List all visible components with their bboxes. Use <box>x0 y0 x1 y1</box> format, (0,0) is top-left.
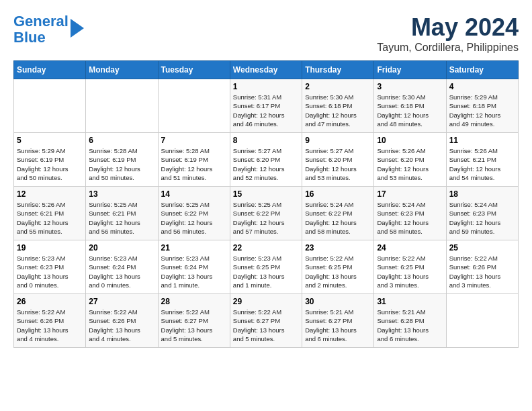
day-info: Sunrise: 5:22 AMSunset: 6:26 PMDaylight:… <box>89 308 154 343</box>
day-info: Sunrise: 5:26 AMSunset: 6:21 PMDaylight:… <box>449 146 515 182</box>
day-info: Sunrise: 5:22 AMSunset: 6:26 PMDaylight:… <box>17 308 83 343</box>
day-info: Sunrise: 5:28 AMSunset: 6:19 PMDaylight:… <box>161 146 227 182</box>
day-number: 29 <box>233 297 299 306</box>
day-number: 15 <box>233 189 299 199</box>
calendar-cell: 5Sunrise: 5:29 AMSunset: 6:19 PMDaylight… <box>14 133 86 187</box>
day-number: 3 <box>377 82 443 91</box>
day-number: 26 <box>17 297 83 306</box>
day-number: 9 <box>305 136 371 145</box>
calendar-cell: 25Sunrise: 5:22 AMSunset: 6:26 PMDayligh… <box>446 240 518 294</box>
calendar-cell: 7Sunrise: 5:28 AMSunset: 6:19 PMDaylight… <box>158 133 230 187</box>
calendar-cell <box>158 79 230 133</box>
month-title: May 2024 <box>377 13 519 42</box>
day-number: 19 <box>17 243 83 253</box>
day-info: Sunrise: 5:30 AMSunset: 6:18 PMDaylight:… <box>377 93 443 128</box>
day-number: 18 <box>449 189 515 199</box>
day-info: Sunrise: 5:25 AMSunset: 6:22 PMDaylight:… <box>161 200 227 236</box>
calendar-cell: 30Sunrise: 5:21 AMSunset: 6:27 PMDayligh… <box>302 294 374 348</box>
day-number: 11 <box>449 136 515 145</box>
weekday-header-tuesday: Tuesday <box>158 61 230 79</box>
day-info: Sunrise: 5:24 AMSunset: 6:22 PMDaylight:… <box>305 200 371 236</box>
calendar-cell: 13Sunrise: 5:25 AMSunset: 6:21 PMDayligh… <box>86 187 158 240</box>
calendar-cell: 3Sunrise: 5:30 AMSunset: 6:18 PMDaylight… <box>374 79 446 133</box>
day-info: Sunrise: 5:23 AMSunset: 6:24 PMDaylight:… <box>161 254 227 289</box>
logo: General Blue <box>13 13 84 46</box>
calendar-cell <box>86 79 158 133</box>
day-number: 28 <box>161 297 227 306</box>
logo-arrow-icon <box>71 19 84 38</box>
day-info: Sunrise: 5:23 AMSunset: 6:25 PMDaylight:… <box>233 254 299 289</box>
weekday-header-sunday: Sunday <box>14 61 86 79</box>
day-number: 7 <box>161 136 227 145</box>
calendar-cell: 17Sunrise: 5:24 AMSunset: 6:23 PMDayligh… <box>374 187 446 240</box>
calendar-cell: 24Sunrise: 5:22 AMSunset: 6:25 PMDayligh… <box>374 240 446 294</box>
day-info: Sunrise: 5:22 AMSunset: 6:27 PMDaylight:… <box>233 308 299 343</box>
calendar-cell <box>14 79 86 133</box>
calendar-cell: 9Sunrise: 5:27 AMSunset: 6:20 PMDaylight… <box>302 133 374 187</box>
calendar-week-row: 19Sunrise: 5:23 AMSunset: 6:23 PMDayligh… <box>14 240 519 294</box>
day-number: 8 <box>233 136 299 145</box>
day-info: Sunrise: 5:21 AMSunset: 6:27 PMDaylight:… <box>305 308 371 343</box>
page-header: General Blue May 2024 Tayum, Cordillera,… <box>13 13 519 54</box>
day-number: 30 <box>305 297 371 306</box>
calendar-cell: 27Sunrise: 5:22 AMSunset: 6:26 PMDayligh… <box>86 294 158 348</box>
calendar-week-row: 26Sunrise: 5:22 AMSunset: 6:26 PMDayligh… <box>14 294 519 348</box>
day-info: Sunrise: 5:29 AMSunset: 6:19 PMDaylight:… <box>17 146 83 182</box>
day-info: Sunrise: 5:27 AMSunset: 6:20 PMDaylight:… <box>233 146 299 182</box>
calendar-cell: 6Sunrise: 5:28 AMSunset: 6:19 PMDaylight… <box>86 133 158 187</box>
day-info: Sunrise: 5:31 AMSunset: 6:17 PMDaylight:… <box>233 93 299 128</box>
calendar-cell: 20Sunrise: 5:23 AMSunset: 6:24 PMDayligh… <box>86 240 158 294</box>
day-number: 13 <box>89 189 154 199</box>
day-info: Sunrise: 5:27 AMSunset: 6:20 PMDaylight:… <box>305 146 371 182</box>
calendar-week-row: 5Sunrise: 5:29 AMSunset: 6:19 PMDaylight… <box>14 133 519 187</box>
day-info: Sunrise: 5:22 AMSunset: 6:25 PMDaylight:… <box>377 254 443 289</box>
day-info: Sunrise: 5:25 AMSunset: 6:22 PMDaylight:… <box>233 200 299 236</box>
day-number: 1 <box>233 82 299 91</box>
day-info: Sunrise: 5:24 AMSunset: 6:23 PMDaylight:… <box>449 200 515 236</box>
weekday-header-wednesday: Wednesday <box>230 61 302 79</box>
calendar-cell: 23Sunrise: 5:22 AMSunset: 6:25 PMDayligh… <box>302 240 374 294</box>
calendar-week-row: 1Sunrise: 5:31 AMSunset: 6:17 PMDaylight… <box>14 79 519 133</box>
calendar-cell: 10Sunrise: 5:26 AMSunset: 6:20 PMDayligh… <box>374 133 446 187</box>
day-info: Sunrise: 5:22 AMSunset: 6:26 PMDaylight:… <box>449 254 515 289</box>
day-number: 14 <box>161 189 227 199</box>
calendar-cell: 26Sunrise: 5:22 AMSunset: 6:26 PMDayligh… <box>14 294 86 348</box>
day-number: 4 <box>449 82 515 91</box>
day-info: Sunrise: 5:26 AMSunset: 6:20 PMDaylight:… <box>377 146 443 182</box>
day-info: Sunrise: 5:28 AMSunset: 6:19 PMDaylight:… <box>89 146 154 182</box>
calendar-cell: 22Sunrise: 5:23 AMSunset: 6:25 PMDayligh… <box>230 240 302 294</box>
day-number: 17 <box>377 189 443 199</box>
weekday-header-row: SundayMondayTuesdayWednesdayThursdayFrid… <box>14 61 519 79</box>
day-info: Sunrise: 5:22 AMSunset: 6:27 PMDaylight:… <box>161 308 227 343</box>
calendar-cell: 21Sunrise: 5:23 AMSunset: 6:24 PMDayligh… <box>158 240 230 294</box>
day-info: Sunrise: 5:22 AMSunset: 6:25 PMDaylight:… <box>305 254 371 289</box>
day-number: 10 <box>377 136 443 145</box>
day-info: Sunrise: 5:24 AMSunset: 6:23 PMDaylight:… <box>377 200 443 236</box>
day-number: 25 <box>449 243 515 253</box>
calendar-cell: 18Sunrise: 5:24 AMSunset: 6:23 PMDayligh… <box>446 187 518 240</box>
calendar-header: SundayMondayTuesdayWednesdayThursdayFrid… <box>14 61 519 79</box>
day-info: Sunrise: 5:26 AMSunset: 6:21 PMDaylight:… <box>17 200 83 236</box>
day-number: 2 <box>305 82 371 91</box>
calendar-cell: 15Sunrise: 5:25 AMSunset: 6:22 PMDayligh… <box>230 187 302 240</box>
day-number: 6 <box>89 136 154 145</box>
calendar-cell: 28Sunrise: 5:22 AMSunset: 6:27 PMDayligh… <box>158 294 230 348</box>
day-number: 16 <box>305 189 371 199</box>
location-title: Tayum, Cordillera, Philippines <box>377 42 519 54</box>
logo-general: General <box>13 13 69 30</box>
day-number: 21 <box>161 243 227 253</box>
day-number: 23 <box>305 243 371 253</box>
day-info: Sunrise: 5:29 AMSunset: 6:18 PMDaylight:… <box>449 93 515 128</box>
day-info: Sunrise: 5:23 AMSunset: 6:24 PMDaylight:… <box>89 254 154 289</box>
day-info: Sunrise: 5:25 AMSunset: 6:21 PMDaylight:… <box>89 200 154 236</box>
calendar-cell: 31Sunrise: 5:21 AMSunset: 6:28 PMDayligh… <box>374 294 446 348</box>
calendar-cell: 16Sunrise: 5:24 AMSunset: 6:22 PMDayligh… <box>302 187 374 240</box>
day-number: 24 <box>377 243 443 253</box>
day-info: Sunrise: 5:30 AMSunset: 6:18 PMDaylight:… <box>305 93 371 128</box>
calendar-cell: 4Sunrise: 5:29 AMSunset: 6:18 PMDaylight… <box>446 79 518 133</box>
calendar-body: 1Sunrise: 5:31 AMSunset: 6:17 PMDaylight… <box>14 79 519 348</box>
day-info: Sunrise: 5:21 AMSunset: 6:28 PMDaylight:… <box>377 308 443 343</box>
day-number: 5 <box>17 136 83 145</box>
weekday-header-monday: Monday <box>86 61 158 79</box>
day-number: 12 <box>17 189 83 199</box>
